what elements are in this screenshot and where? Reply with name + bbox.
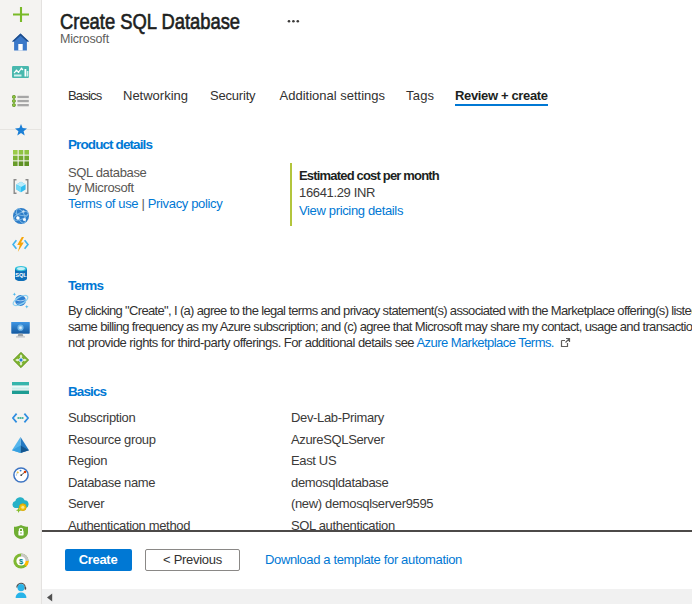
svg-text:SQL: SQL (15, 273, 27, 279)
